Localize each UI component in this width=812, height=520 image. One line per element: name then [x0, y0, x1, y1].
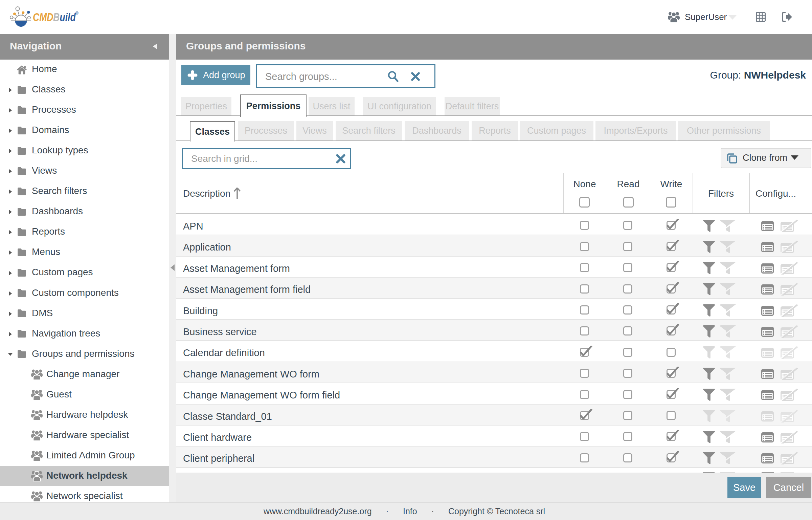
svg-text:uild: uild: [60, 10, 76, 23]
svg-text:B: B: [53, 10, 60, 23]
svg-text:®: ®: [75, 11, 78, 16]
svg-text:CMD: CMD: [33, 10, 53, 23]
